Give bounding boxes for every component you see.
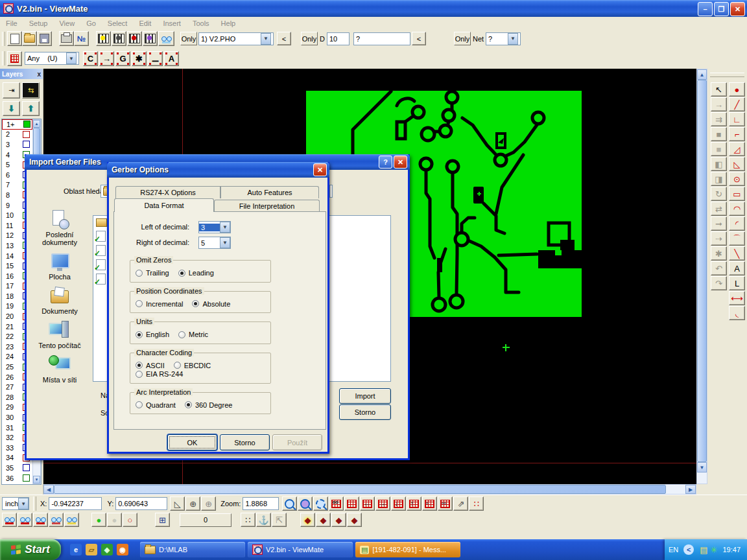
quick-ie-icon[interactable]: e: [70, 544, 82, 555]
arc-tool-button[interactable]: ◠: [729, 202, 745, 216]
window-titlebar[interactable]: V2.bin - ViewMate – ❒ ✕: [0, 0, 747, 17]
corner-tool-button[interactable]: ◟: [729, 306, 745, 320]
chord-tool-button[interactable]: ⌒: [729, 231, 745, 246]
hscroll-thumb[interactable]: [54, 485, 666, 494]
highlight-off-button[interactable]: ●: [107, 513, 122, 527]
trace-tool-button[interactable]: ⚊: [148, 51, 163, 66]
print-button[interactable]: [59, 31, 74, 46]
close-icon[interactable]: x: [37, 71, 41, 78]
place-documents[interactable]: Dokumenty: [32, 286, 88, 315]
any-filter-combo[interactable]: Any (U) ▼: [25, 52, 79, 65]
grid-copy-button[interactable]: ▫▫: [438, 496, 453, 511]
close-button[interactable]: ✕: [730, 2, 745, 16]
menu-edit[interactable]: Edit: [133, 18, 157, 29]
dcode-input[interactable]: 10: [327, 32, 350, 45]
dialog-close-button[interactable]: ✕: [394, 156, 407, 169]
task-message[interactable]: ▤[191-482-091] - Mess...: [355, 542, 460, 557]
y-coordinate-field[interactable]: 0.690643: [115, 497, 167, 510]
gerber-file-icon[interactable]: ✓: [96, 245, 106, 256]
highlight-on-button[interactable]: ●: [91, 513, 106, 527]
prev-dcode-button[interactable]: <: [412, 32, 426, 45]
quick-folder-icon[interactable]: ▱: [86, 544, 97, 555]
triangle-tool-button[interactable]: ◺: [729, 157, 745, 171]
chevron-down-icon[interactable]: ▼: [220, 222, 230, 233]
chevron-down-icon[interactable]: ▼: [261, 33, 271, 45]
import-cancel-button[interactable]: Storno: [339, 404, 391, 420]
place-recent-documents[interactable]: Poslední dokumenty: [32, 210, 88, 246]
rotate-tool-button[interactable]: ↻: [711, 187, 727, 201]
cancel-button[interactable]: Storno: [220, 434, 270, 450]
place-desktop[interactable]: Plocha: [32, 252, 88, 281]
gerber-tool-button[interactable]: G: [115, 51, 130, 66]
layer-row-1[interactable]: 1+: [2, 119, 32, 130]
zoom-in-button[interactable]: [282, 496, 297, 511]
pad-style-4-button[interactable]: ◆: [347, 513, 362, 527]
save-file-button[interactable]: [37, 31, 52, 46]
radio-icon[interactable]: [136, 331, 143, 338]
radio-icon[interactable]: [136, 371, 143, 378]
pad-style-3-button[interactable]: ◆: [331, 513, 346, 527]
menu-help[interactable]: Help: [215, 18, 242, 29]
view-blocks-glasses-button[interactable]: [33, 513, 48, 527]
canvas-vscrollbar[interactable]: ▲ ▼: [696, 69, 707, 484]
menu-select[interactable]: Select: [102, 18, 134, 29]
task-mlab-folder[interactable]: D:\MLAB: [140, 542, 245, 557]
vscroll-thumb[interactable]: [697, 80, 707, 462]
menu-view[interactable]: View: [53, 18, 80, 29]
scroll-up-icon[interactable]: ▲: [697, 69, 707, 80]
place-my-computer[interactable]: Tento počítač: [32, 321, 88, 349]
radio-eia-rs-244[interactable]: EIA RS-244: [136, 370, 183, 378]
text-tool-button[interactable]: A: [729, 261, 745, 275]
open-file-button[interactable]: [22, 31, 37, 46]
layer-color-swatch[interactable]: [23, 474, 30, 482]
move-tool-button[interactable]: →: [711, 97, 727, 111]
mirror-tool-button[interactable]: ◧: [711, 157, 727, 171]
menu-setup[interactable]: Setup: [23, 18, 54, 29]
radio-icon[interactable]: [136, 401, 143, 408]
pan-left-button[interactable]: ←: [360, 496, 375, 511]
only-net-button[interactable]: Only: [454, 32, 471, 45]
colors-list-button[interactable]: [143, 31, 158, 46]
radio-trailing[interactable]: Trailing: [136, 269, 169, 277]
zoom-field[interactable]: 1.8868: [243, 497, 279, 510]
layer-color-swatch[interactable]: [23, 131, 30, 138]
pad-style-1-button[interactable]: ◆: [300, 513, 315, 527]
context-help-button[interactable]: №: [74, 31, 89, 46]
radio-absolute[interactable]: Absolute: [192, 300, 230, 308]
scroll-up-icon[interactable]: ▲: [33, 120, 40, 128]
layer-dock-button[interactable]: ⇥: [3, 82, 20, 99]
only-dcode-button[interactable]: Only: [301, 32, 318, 45]
probe-signal-button[interactable]: ⊕: [201, 496, 216, 511]
grid-inset-button[interactable]: ▫: [422, 496, 437, 511]
layer-row-35[interactable]: 35: [2, 463, 32, 473]
pointer-tool-button[interactable]: ↖: [711, 82, 727, 97]
scroll-down-icon[interactable]: ▼: [33, 476, 40, 484]
tab-rs274x-options[interactable]: RS274-X Options: [115, 186, 220, 198]
layer-color-swatch[interactable]: [23, 464, 30, 471]
chevron-down-icon[interactable]: ▼: [66, 52, 77, 64]
view-traces-glasses-button[interactable]: [18, 513, 32, 527]
chevron-down-icon[interactable]: ▼: [18, 498, 29, 509]
menu-insert[interactable]: Insert: [157, 18, 187, 29]
radio-leading[interactable]: Leading: [178, 269, 214, 277]
language-indicator[interactable]: EN: [669, 546, 678, 554]
right-of-decimal-combo[interactable]: 5 ▼: [198, 237, 231, 249]
restore-button[interactable]: ❒: [714, 2, 729, 16]
tools-list-button[interactable]: [112, 31, 126, 46]
unit-combo[interactable]: inch ▼: [2, 497, 29, 510]
pad-style-2-button[interactable]: ◆: [316, 513, 331, 527]
radio-icon[interactable]: [178, 270, 185, 277]
line-tool-button[interactable]: ╱: [729, 97, 745, 111]
polyline-tool-button[interactable]: ∟: [729, 112, 745, 126]
grid-dots-button[interactable]: ∷: [241, 513, 255, 527]
gerber-file-icon[interactable]: ✓: [96, 274, 106, 285]
dimension-tool-button[interactable]: ⟷: [729, 291, 745, 305]
circle-tool-button[interactable]: ⊙: [729, 172, 745, 186]
view-sketch-glasses-button[interactable]: [64, 513, 79, 527]
menu-go[interactable]: Go: [80, 18, 102, 29]
layer-color-swatch[interactable]: [23, 121, 30, 128]
text-tool-button[interactable]: A: [164, 51, 179, 66]
flash-pad-tool-button[interactable]: ●: [729, 82, 745, 97]
goto-tool-button[interactable]: →: [99, 51, 114, 66]
quick-firefox-icon[interactable]: ◉: [117, 544, 128, 555]
